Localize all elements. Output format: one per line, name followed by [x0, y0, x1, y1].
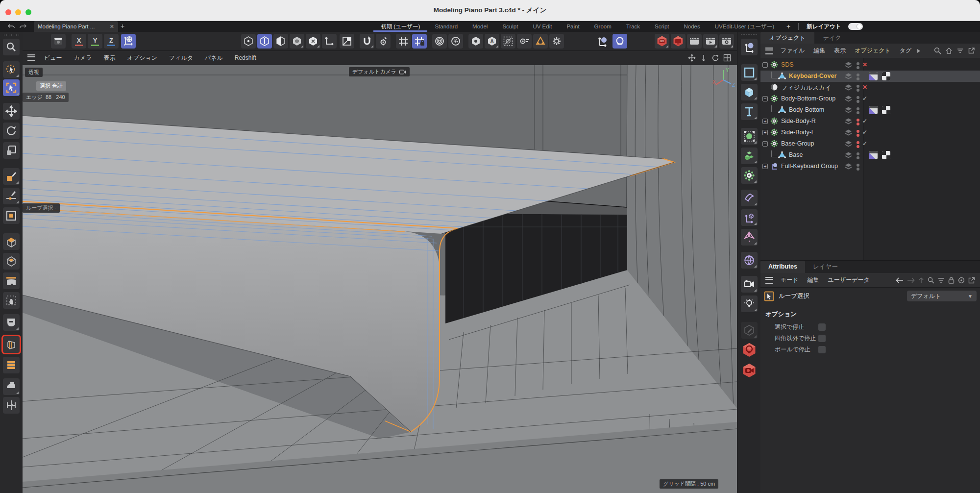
undo-icon[interactable]	[6, 22, 17, 31]
tab-layers[interactable]: レイヤー	[805, 261, 846, 273]
camera-object-icon[interactable]	[741, 276, 758, 293]
redshift-button[interactable]	[612, 34, 627, 49]
redshift-renderview-icon[interactable]: RV	[655, 34, 669, 49]
uv-tag-icon[interactable]	[882, 151, 890, 159]
toggle-views-icon[interactable]	[723, 54, 731, 62]
enabled-state[interactable]: ✓	[862, 129, 867, 136]
projection-label[interactable]: 透視	[25, 68, 43, 77]
knife-mask-tool[interactable]	[3, 314, 20, 331]
mirror-tool[interactable]	[3, 397, 20, 414]
rectangle-spline-tool[interactable]	[3, 207, 20, 224]
layers-icon[interactable]	[845, 62, 852, 68]
history-back-icon[interactable]	[896, 277, 904, 283]
menu-view[interactable]: ビュー	[38, 54, 68, 62]
object-label[interactable]: Keyboard-Cover	[789, 73, 836, 79]
object-row-side-body-r[interactable]: + Side-Body-R ✓	[760, 116, 980, 127]
search-commander-button[interactable]	[3, 39, 20, 55]
visibility-dots[interactable]	[857, 140, 859, 149]
tab-attributes[interactable]: Attributes	[760, 261, 805, 273]
pan-view-icon[interactable]	[688, 54, 696, 62]
enabled-state[interactable]: ✕	[862, 61, 867, 68]
enable-axis-icon[interactable]	[322, 34, 337, 49]
target-gear-icon[interactable]	[448, 34, 463, 49]
object-axis-icon[interactable]	[595, 34, 610, 49]
visibility-filter-icon[interactable]	[517, 34, 532, 49]
edge-cut-tool[interactable]	[3, 357, 20, 373]
null-object-icon[interactable]	[770, 162, 778, 170]
rs-light-icon[interactable]	[741, 342, 758, 358]
visibility-dots[interactable]	[857, 95, 859, 104]
enabled-state[interactable]: ✕	[862, 84, 867, 91]
visibility-dots[interactable]	[857, 129, 859, 138]
object-row-base[interactable]: Base	[760, 149, 980, 161]
sds-object-icon[interactable]	[770, 117, 778, 125]
polygon-object-icon[interactable]	[778, 72, 786, 80]
enabled-state[interactable]: ✓	[862, 140, 867, 147]
om-filter-icon[interactable]	[956, 47, 964, 54]
menu-panel[interactable]: パネル	[199, 54, 229, 62]
stop-at-pole-checkbox[interactable]	[818, 346, 826, 353]
attr-search-icon[interactable]	[928, 277, 934, 284]
attr-filter-icon[interactable]	[938, 277, 945, 283]
axis-modifier-icon[interactable]	[741, 209, 758, 226]
layout-tab-nodes[interactable]: Nodes	[677, 21, 708, 32]
layout-tab-groom[interactable]: Groom	[587, 21, 619, 32]
render-play-icon[interactable]	[703, 34, 718, 49]
layout-tab-standard[interactable]: Standard	[427, 21, 465, 32]
attr-menu-icon[interactable]	[765, 277, 773, 284]
visibility-dots[interactable]	[857, 118, 859, 126]
object-row-side-body-l[interactable]: + Side-Body-L ✓	[760, 127, 980, 138]
sds-object-icon[interactable]	[770, 61, 778, 69]
expander-icon[interactable]: −	[762, 141, 768, 147]
target-rings-icon[interactable]	[432, 34, 447, 49]
zoom-view-icon[interactable]	[700, 54, 708, 62]
object-row-base-group[interactable]: − Base-Group ✓	[760, 138, 980, 149]
visibility-dots[interactable]	[857, 84, 859, 93]
rotate-tool[interactable]	[3, 123, 20, 139]
point-mode-icon[interactable]	[241, 34, 256, 49]
material-pencil-icon[interactable]	[741, 322, 758, 339]
convert-triangle-icon[interactable]	[533, 34, 548, 49]
object-label[interactable]: Body-Bottom	[789, 106, 824, 113]
y-axis-lock-button[interactable]: Y	[88, 34, 102, 49]
expander-icon[interactable]: +	[762, 119, 768, 124]
object-label[interactable]: SDS	[781, 61, 794, 68]
attr-menu-edit[interactable]: 編集	[803, 276, 824, 284]
rs-camera-icon[interactable]	[741, 362, 758, 379]
object-row-full-keyboard-group[interactable]: + Full-Keyboard Group	[760, 161, 980, 172]
attr-popout-icon[interactable]	[968, 277, 975, 284]
render-preview-icon[interactable]	[687, 34, 702, 49]
visibility-dots[interactable]	[857, 151, 859, 160]
sds-object-icon[interactable]	[770, 140, 778, 148]
om-home-icon[interactable]	[945, 47, 953, 54]
expander-icon[interactable]: −	[762, 96, 768, 101]
layout-toggle[interactable]	[848, 23, 863, 30]
visibility-dots[interactable]	[857, 61, 859, 70]
object-label[interactable]: Side-Body-L	[781, 129, 815, 136]
preset-dropdown[interactable]: デフォルト ▼	[907, 291, 977, 301]
enabled-state[interactable]: ✓	[862, 118, 867, 124]
spline-rectangle-icon[interactable]	[741, 64, 758, 81]
object-label[interactable]: Side-Body-R	[781, 118, 816, 124]
hide-selected-icon[interactable]	[501, 34, 515, 49]
object-label[interactable]: Full-Keyboard Group	[781, 163, 838, 170]
layout-tab-script[interactable]: Script	[647, 21, 676, 32]
generator-icon[interactable]	[741, 128, 758, 145]
add-layout-button[interactable]: +	[782, 23, 795, 30]
layers-icon[interactable]	[845, 152, 852, 158]
tab-objects[interactable]: オブジェクト	[760, 32, 814, 44]
solo-auto-icon[interactable]: A	[485, 34, 499, 49]
layers-icon[interactable]	[845, 163, 852, 170]
target-icon[interactable]	[958, 277, 965, 284]
extrude-tool[interactable]	[3, 233, 20, 250]
snap-magnet-icon[interactable]	[360, 34, 374, 49]
edge-mode-icon[interactable]	[257, 34, 272, 49]
symmetry-icon[interactable]	[741, 229, 758, 246]
model-mode-icon[interactable]	[290, 34, 304, 49]
expander-icon[interactable]: +	[762, 130, 768, 135]
visibility-dots[interactable]	[857, 106, 859, 115]
layers-icon[interactable]	[845, 84, 852, 91]
uv-tag-icon[interactable]	[882, 72, 890, 80]
layers-icon[interactable]	[845, 96, 852, 102]
lock-icon[interactable]	[948, 277, 955, 284]
